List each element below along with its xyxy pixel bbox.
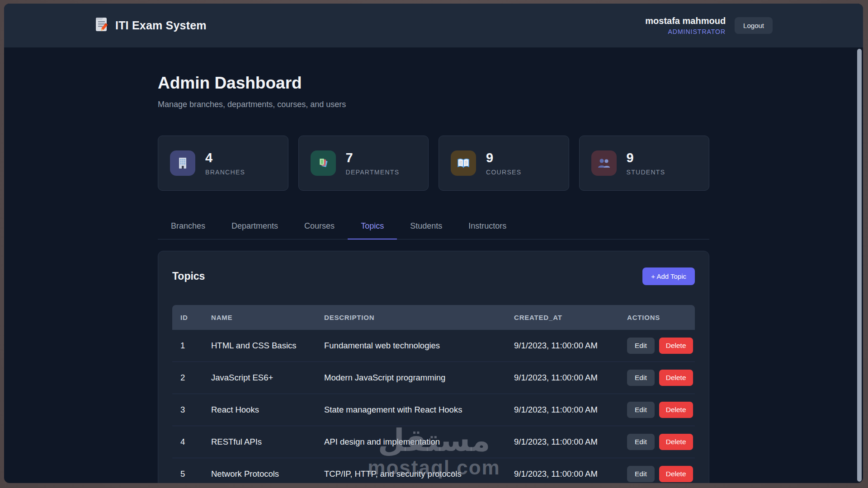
stats-row: 4 BRANCHES 7 DEPARTMENTS 9 COURSES 9 STU… [158,136,709,191]
tab-courses[interactable]: Courses [291,216,348,239]
user-role: ADMINISTRATOR [645,28,726,35]
building-icon [170,150,195,176]
cell-name: RESTful APIs [211,437,324,447]
cell-id: 5 [180,469,211,479]
col-actions: ACTIONS [627,314,706,321]
stat-label: COURSES [486,169,521,176]
stat-value: 7 [346,150,400,165]
user-meta: mostafa mahmoud ADMINISTRATOR [645,16,726,35]
col-id: ID [180,314,211,321]
tab-students[interactable]: Students [397,216,455,239]
cell-name: HTML and CSS Basics [211,341,324,351]
page-title: Admin Dashboard [158,74,709,93]
cell-actions: Edit Delete [627,402,706,418]
stat-card: 7 DEPARTMENTS [298,136,429,191]
cell-description: API design and implementation [324,437,514,447]
edit-button[interactable]: Edit [627,434,655,450]
stat-label: BRANCHES [205,169,245,176]
table-body: 1 HTML and CSS Basics Fundamental web te… [172,330,695,483]
delete-button[interactable]: Delete [659,402,693,418]
delete-button[interactable]: Delete [659,434,693,450]
col-created-at: CREATED_AT [514,314,627,321]
cell-description: TCP/IP, HTTP, and security protocols [324,469,514,479]
tab-branches[interactable]: Branches [158,216,218,239]
tab-departments[interactable]: Departments [218,216,291,239]
cell-name: React Hooks [211,405,324,415]
tab-topics[interactable]: Topics [348,216,397,239]
stat-label: STUDENTS [627,169,665,176]
col-description: DESCRIPTION [324,314,514,321]
edit-button[interactable]: Edit [627,466,655,482]
table-row: 3 React Hooks State management with Reac… [172,394,695,426]
tab-bar: Branches Departments Courses Topics Stud… [158,216,709,239]
app-header: ITI Exam System mostafa mahmoud ADMINIST… [4,4,863,47]
books-icon [311,150,336,176]
cell-actions: Edit Delete [627,338,706,354]
table-row: 1 HTML and CSS Basics Fundamental web te… [172,330,695,362]
topics-panel: Topics + Add Topic ID NAME DESCRIPTION C… [158,251,709,483]
stat-card: 9 COURSES [439,136,569,191]
stat-card: 9 STUDENTS [579,136,710,191]
logout-button[interactable]: Logout [735,17,773,34]
cell-created-at: 9/1/2023, 11:00:00 AM [514,341,627,351]
table-row: 4 RESTful APIs API design and implementa… [172,426,695,458]
students-icon [591,150,617,176]
delete-button[interactable]: Delete [659,466,693,482]
delete-button[interactable]: Delete [659,370,693,386]
user-name: mostafa mahmoud [645,16,726,26]
table-row: 5 Network Protocols TCP/IP, HTTP, and se… [172,458,695,483]
cell-description: Fundamental web technologies [324,341,514,351]
panel-title: Topics [172,270,205,282]
tab-instructors[interactable]: Instructors [455,216,519,239]
stat-value: 9 [627,150,665,165]
col-name: NAME [211,314,324,321]
cell-actions: Edit Delete [627,466,706,482]
cell-actions: Edit Delete [627,434,706,450]
stat-card: 4 BRANCHES [158,136,288,191]
table-row: 2 JavaScript ES6+ Modern JavaScript prog… [172,362,695,394]
delete-button[interactable]: Delete [659,338,693,354]
cell-created-at: 9/1/2023, 11:00:00 AM [514,437,627,447]
cell-id: 2 [180,373,211,383]
page-subtitle: Manage branches, departments, courses, a… [158,100,709,109]
app-window: ITI Exam System mostafa mahmoud ADMINIST… [4,4,863,483]
cell-id: 3 [180,405,211,415]
stat-value: 9 [486,150,521,165]
stat-label: DEPARTMENTS [346,169,400,176]
cell-created-at: 9/1/2023, 11:00:00 AM [514,405,627,415]
stat-value: 4 [205,150,245,165]
edit-button[interactable]: Edit [627,370,655,386]
cell-description: Modern JavaScript programming [324,373,514,383]
topics-table: ID NAME DESCRIPTION CREATED_AT ACTIONS 1… [172,305,695,483]
cell-id: 1 [180,341,211,351]
cell-name: Network Protocols [211,469,324,479]
edit-button[interactable]: Edit [627,402,655,418]
cell-created-at: 9/1/2023, 11:00:00 AM [514,373,627,383]
cell-id: 4 [180,437,211,447]
app-title: ITI Exam System [115,19,207,32]
cell-actions: Edit Delete [627,370,706,386]
open-book-icon [451,150,476,176]
cell-created-at: 9/1/2023, 11:00:00 AM [514,469,627,479]
brand: ITI Exam System [94,17,207,35]
cell-name: JavaScript ES6+ [211,373,324,383]
cell-description: State management with React Hooks [324,405,514,415]
table-header: ID NAME DESCRIPTION CREATED_AT ACTIONS [172,305,695,330]
memo-icon [94,17,109,35]
edit-button[interactable]: Edit [627,338,655,354]
add-topic-button[interactable]: + Add Topic [642,267,695,285]
vertical-scrollbar[interactable] [857,49,862,482]
